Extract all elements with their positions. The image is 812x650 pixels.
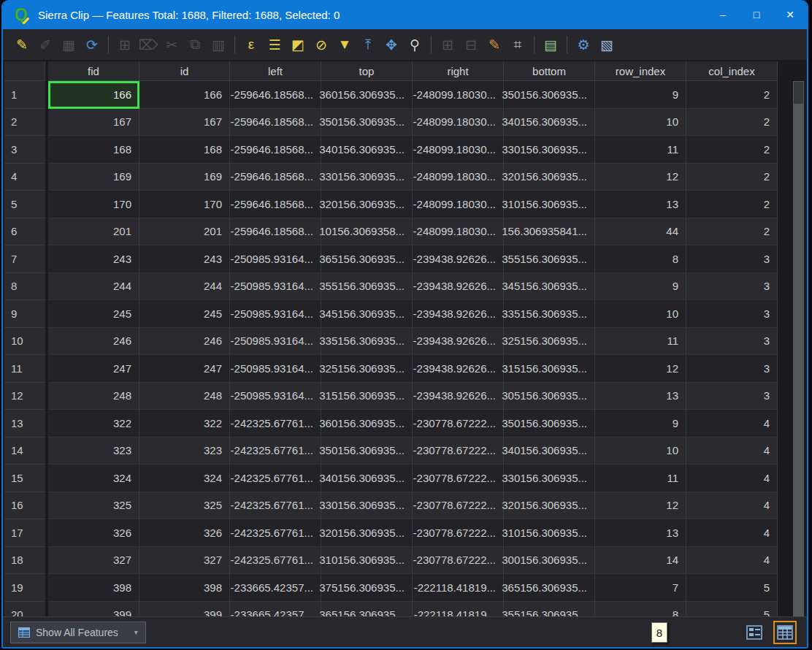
cell-bottom[interactable]: 310156.306935... (504, 191, 595, 218)
feature-filter-button[interactable]: Show All Features ▾ (10, 622, 146, 643)
column-header-top[interactable]: top (321, 61, 413, 81)
cell-right[interactable]: -230778.67222... (413, 492, 504, 520)
cell-row_index[interactable]: 14 (595, 547, 686, 575)
cell-bottom[interactable]: 315156.306935... (504, 355, 595, 383)
row-number[interactable]: 16 (4, 492, 45, 520)
cell-fid[interactable]: 169 (48, 164, 139, 191)
cell-right[interactable]: -222118.41819... (413, 574, 504, 602)
cell-id[interactable]: 169 (139, 164, 230, 191)
cell-right[interactable]: -248099.18030... (413, 191, 504, 218)
cell-right[interactable]: -239438.92626... (413, 328, 504, 356)
cell-bottom[interactable]: 325156.306935... (504, 328, 595, 356)
cell-col_index[interactable]: 2 (686, 136, 778, 164)
row-number[interactable]: 14 (4, 437, 45, 465)
cell-row_index[interactable]: 13 (595, 519, 686, 547)
cell-top[interactable]: 360156.306935... (321, 410, 413, 437)
cell-id[interactable]: 323 (139, 437, 230, 465)
cell-row_index[interactable]: 12 (595, 492, 686, 520)
cell-row_index[interactable]: 9 (595, 410, 686, 437)
cell-row_index[interactable]: 8 (595, 245, 686, 273)
cell-right[interactable]: -239438.92626... (413, 273, 504, 301)
cell-left[interactable]: -250985.93164... (230, 300, 321, 328)
cell-top[interactable]: 310156.306935... (321, 547, 413, 575)
cell-left[interactable]: -259646.18568... (230, 81, 321, 109)
cell-row_index[interactable]: 11 (595, 328, 686, 356)
pan-to-selection-icon[interactable]: ✥ (380, 34, 402, 56)
cell-left[interactable]: -250985.93164... (230, 328, 321, 356)
vertical-scrollbar[interactable] (793, 81, 804, 616)
move-selection-to-top-icon[interactable]: ⤒ (357, 34, 379, 56)
cell-bottom[interactable]: 350156.306935... (504, 410, 595, 437)
cell-left[interactable]: -259646.18568... (230, 136, 321, 164)
cell-row_index[interactable]: 44 (595, 218, 686, 246)
cell-row_index[interactable]: 11 (595, 464, 686, 492)
cell-col_index[interactable]: 3 (686, 245, 778, 273)
cell-col_index[interactable]: 4 (686, 410, 778, 437)
cell-left[interactable]: -242325.67761... (230, 437, 321, 465)
cell-right[interactable]: -230778.67222... (413, 410, 504, 437)
cell-id[interactable]: 324 (139, 464, 230, 492)
row-number[interactable]: 4 (4, 164, 45, 191)
cell-fid[interactable]: 324 (48, 464, 139, 492)
cell-left[interactable]: -242325.67761... (230, 547, 321, 575)
cell-col_index[interactable]: 5 (686, 602, 778, 617)
cell-bottom[interactable]: 355156.306935... (504, 245, 595, 273)
deselect-all-icon[interactable]: ⊘ (310, 34, 332, 56)
row-number[interactable]: 19 (4, 574, 45, 602)
cell-top[interactable]: 360156.306935... (321, 81, 413, 109)
cell-right[interactable]: -230778.67222... (413, 519, 504, 547)
row-number[interactable]: 5 (4, 191, 45, 218)
cell-id[interactable]: 170 (139, 191, 230, 218)
cell-fid[interactable]: 248 (48, 383, 139, 410)
cell-id[interactable]: 247 (139, 355, 230, 383)
row-number[interactable]: 10 (4, 328, 45, 356)
cell-row_index[interactable]: 7 (595, 574, 686, 602)
column-header-col_index[interactable]: col_index (686, 61, 778, 81)
row-number[interactable]: 8 (4, 273, 45, 301)
row-number[interactable]: 2 (4, 109, 45, 137)
cell-bottom[interactable]: 355156.306935... (504, 602, 595, 617)
cell-id[interactable]: 325 (139, 492, 230, 520)
cell-col_index[interactable]: 4 (686, 492, 778, 520)
cell-left[interactable]: -259646.18568... (230, 109, 321, 137)
cell-right[interactable]: -239438.92626... (413, 245, 504, 273)
cell-row_index[interactable]: 9 (595, 81, 686, 109)
cell-id[interactable]: 243 (139, 245, 230, 273)
row-number[interactable]: 7 (4, 245, 45, 273)
cell-top[interactable]: 325156.306935... (321, 355, 413, 383)
row-number[interactable]: 6 (4, 218, 45, 246)
cell-right[interactable]: -248099.18030... (413, 164, 504, 191)
cell-col_index[interactable]: 4 (686, 519, 778, 547)
cell-left[interactable]: -250985.93164... (230, 273, 321, 301)
table-view-button[interactable] (773, 621, 797, 644)
cell-left[interactable]: -250985.93164... (230, 383, 321, 410)
cell-row_index[interactable]: 12 (595, 164, 686, 191)
cell-fid[interactable]: 246 (48, 328, 139, 356)
cell-top[interactable]: 340156.306935... (321, 464, 413, 492)
cell-row_index[interactable]: 10 (595, 437, 686, 465)
cell-right[interactable]: -230778.67222... (413, 547, 504, 575)
conditional-formatting-icon[interactable]: ▤ (540, 34, 562, 56)
cell-left[interactable]: -242325.67761... (230, 464, 321, 492)
row-number[interactable]: 13 (4, 410, 45, 437)
cell-fid[interactable]: 325 (48, 492, 139, 520)
toggle-editing-icon[interactable]: ✎ (11, 34, 33, 56)
row-number[interactable]: 1 (4, 81, 45, 109)
cell-bottom[interactable]: 156.306935841... (504, 218, 595, 246)
cell-col_index[interactable]: 4 (686, 437, 778, 465)
row-number[interactable]: 9 (4, 300, 45, 328)
cell-top[interactable]: 330156.306935... (321, 164, 413, 191)
cell-right[interactable]: -239438.92626... (413, 300, 504, 328)
cell-top[interactable]: 335156.306935... (321, 328, 413, 356)
row-number[interactable]: 20 (4, 602, 45, 617)
row-number[interactable]: 15 (4, 464, 45, 492)
row-number[interactable]: 11 (4, 355, 45, 383)
reload-table-icon[interactable]: ⟳ (81, 34, 103, 56)
cell-right[interactable]: -222118.41819... (413, 602, 504, 617)
vertical-scrollbar-thumb[interactable] (794, 82, 803, 104)
cell-id[interactable]: 168 (139, 136, 230, 164)
cell-fid[interactable]: 323 (48, 437, 139, 465)
actions-icon[interactable]: ⚙ (572, 34, 594, 56)
cell-row_index[interactable]: 10 (595, 300, 686, 328)
cell-left[interactable]: -233665.42357... (230, 574, 321, 602)
